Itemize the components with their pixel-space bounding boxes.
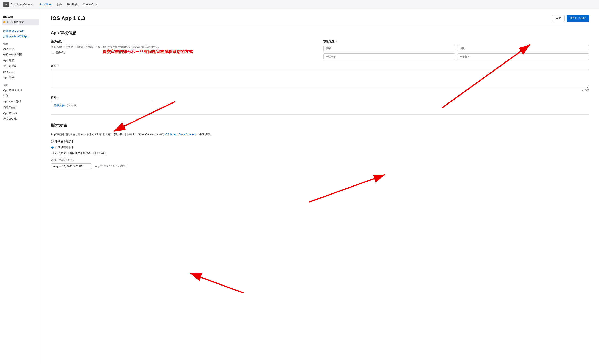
attachment-label: 附件 ？: [51, 96, 589, 100]
release-option-auto[interactable]: 自动发布此版本: [51, 145, 589, 149]
login-info-column: 登录信息 ？ 请提供用户名和密码，以便我们登录您的 App。我们需要使用此登录信…: [51, 40, 317, 60]
time-gmt: Aug 26, 2022 7:00 AM (GMT): [95, 165, 127, 168]
login-info-label: 登录信息 ？: [51, 40, 317, 43]
nav-app-store[interactable]: App Store: [40, 2, 52, 7]
ios-connect-link[interactable]: iOS 版 App Store Connect: [165, 133, 196, 136]
email-input[interactable]: [457, 53, 589, 60]
main-content: iOS App 1.0.3 存储 添加以供审核 App 审核信息 登录信息 ？ …: [41, 9, 599, 364]
sidebar-item-app-info[interactable]: App 信息: [0, 46, 41, 52]
sidebar-add-tvos[interactable]: 添加 Apple tvOS App: [0, 34, 41, 39]
attachment-hint-text: （可不填）: [65, 104, 79, 107]
sidebar-item-subscriptions[interactable]: 订阅: [0, 93, 41, 99]
review-section: App 审核信息 登录信息 ？ 请提供用户名和密码，以便我们登录您的 App。我…: [51, 30, 589, 110]
attachment-link-text: 选取文件: [54, 104, 65, 107]
release-radio-scheduled[interactable]: [51, 152, 53, 154]
sidebar-item-promo[interactable]: App Store 促销: [0, 99, 41, 104]
time-row: Aug 26, 2022 7:00 AM (GMT): [51, 163, 589, 169]
contact-info-help[interactable]: ？: [335, 40, 337, 43]
need-login-checkbox[interactable]: [51, 51, 54, 54]
release-manual-label: 手动发布此版本: [55, 140, 74, 144]
time-input[interactable]: [51, 163, 92, 169]
version-desc: App 审核部门批准后，此 App 版本可立即自动发布。您也可以之后在 App …: [51, 132, 589, 136]
page-header: iOS App 1.0.3 存储 添加以供审核: [51, 15, 589, 25]
svg-line-3: [308, 175, 385, 202]
sidebar-item-product-opt[interactable]: 产品页优化: [0, 116, 41, 122]
time-hint: 您的本地日期和时间。: [51, 158, 589, 162]
need-login-label: 需要登录: [55, 51, 66, 54]
first-name-input[interactable]: [323, 45, 455, 51]
release-scheduled-label: 在 App 审核后自动发布此版本，时间不早于: [55, 151, 107, 155]
save-button[interactable]: 存储: [552, 15, 564, 22]
need-login-row: 需要登录: [51, 51, 317, 54]
header-buttons: 存储 添加以供审核: [552, 15, 589, 22]
status-dot: [3, 21, 5, 23]
sidebar-app-section: iOS App: [0, 13, 41, 19]
phone-input[interactable]: [323, 53, 455, 60]
release-radio-auto[interactable]: [51, 146, 53, 149]
version-section: 版本发布 App 审核部门批准后，此 App 版本可立即自动发布。您也可以之后在…: [51, 123, 589, 169]
attachment-help[interactable]: ？: [57, 96, 60, 100]
release-radio-manual[interactable]: [51, 140, 53, 143]
notes-label: 备注 ？: [51, 64, 589, 68]
sidebar-item-version[interactable]: 1.0.3 准备提交: [2, 19, 39, 25]
sidebar-item-app-review[interactable]: App 审核: [0, 75, 41, 81]
app-logo: App Store Connect: [3, 2, 33, 7]
sidebar-version-label: 1.0.3 准备提交: [7, 20, 24, 24]
sidebar-item-iap[interactable]: App 内购买项目: [0, 87, 41, 93]
logo-text: App Store Connect: [11, 3, 33, 6]
sidebar: iOS App 1.0.3 准备提交 添加 macOS App 添加 Apple…: [0, 9, 41, 364]
submit-button[interactable]: 添加以供审核: [567, 15, 589, 22]
release-radio-group: 手动发布此版本 自动发布此版本 在 App 审核后自动发布此版本，时间不早于: [51, 140, 589, 155]
notes-textarea-wrapper: -4,000: [51, 69, 589, 92]
nav-services[interactable]: 服务: [57, 2, 62, 7]
contact-info-column: 联系信息 ？: [323, 40, 589, 60]
sidebar-add-macos[interactable]: 添加 macOS App: [0, 28, 41, 34]
release-option-manual[interactable]: 手动发布此版本: [51, 140, 589, 144]
sidebar-item-privacy[interactable]: App 隐私: [0, 58, 41, 63]
notes-textarea[interactable]: [51, 69, 589, 88]
last-name-input[interactable]: [457, 45, 589, 51]
contact-grid: [323, 45, 589, 60]
nav-testflight[interactable]: TestFlight: [67, 2, 78, 7]
page-title: iOS App 1.0.3: [51, 15, 85, 22]
notes-help[interactable]: ？: [57, 64, 60, 68]
sidebar-item-custom-pages[interactable]: 自定产品页: [0, 104, 41, 110]
notes-section: 备注 ？ -4,000: [51, 64, 589, 92]
sidebar-item-version-history[interactable]: 版本记录: [0, 69, 41, 75]
logo-icon: [3, 2, 9, 7]
sidebar-item-pricing[interactable]: 价格与销售范围: [0, 52, 41, 58]
sidebar-features-title: 功能: [0, 81, 41, 87]
version-section-title: 版本发布: [51, 123, 589, 128]
review-form-grid: 登录信息 ？ 请提供用户名和密码，以便我们登录您的 App。我们需要使用此登录信…: [51, 40, 589, 60]
svg-line-5: [190, 273, 244, 293]
nav-xcode-cloud[interactable]: Xcode Cloud: [83, 2, 98, 7]
login-info-desc: 请提供用户名和密码，以便我们登录您的 App。我们需要使用此登录信息才能完成对您…: [51, 45, 317, 49]
char-count: -4,000: [51, 89, 589, 92]
attachment-picker[interactable]: 选取文件 （可不填）: [51, 101, 153, 110]
top-navigation: App Store Connect App Store 服务 TestFligh…: [0, 0, 599, 9]
login-info-help[interactable]: ？: [62, 40, 65, 43]
section-divider: [51, 114, 589, 115]
attachment-section: 附件 ？ 选取文件 （可不填）: [51, 96, 589, 110]
review-section-title: App 审核信息: [51, 30, 589, 36]
release-auto-label: 自动发布此版本: [55, 145, 74, 149]
sidebar-item-in-app-events[interactable]: App 内活动: [0, 110, 41, 116]
sidebar-item-ratings[interactable]: 评分与评论: [0, 63, 41, 69]
release-option-scheduled[interactable]: 在 App 审核后自动发布此版本，时间不早于: [51, 151, 589, 155]
contact-info-label: 联系信息 ？: [323, 40, 589, 43]
sidebar-general-title: 综合: [0, 39, 41, 46]
